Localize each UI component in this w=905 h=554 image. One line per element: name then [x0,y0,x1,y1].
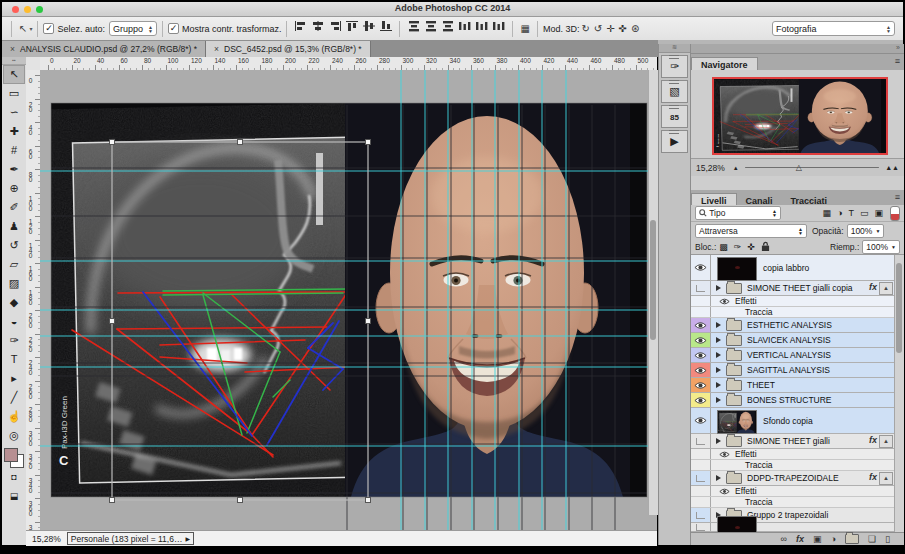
layer-row[interactable]: Effetti [691,486,895,497]
tool-preset-icon[interactable]: ↖ [19,23,27,35]
workspace-dropdown[interactable]: Fotografia▲▼ [772,21,895,36]
layers-menu-icon[interactable]: ≡ [895,192,900,202]
delete-layer-icon[interactable]: ▯ [885,534,890,545]
auto-select-dropdown[interactable]: Gruppo▲▼ [109,21,157,36]
gradient-tool[interactable]: ▨ [3,274,25,293]
color-swatches[interactable] [4,448,24,468]
adjustment-layer-icon[interactable]: ◑ [831,534,836,545]
effects-label[interactable]: Effetti [735,296,757,306]
effects-label[interactable]: Effetti [735,449,757,459]
layer-row[interactable]: Traccia [691,497,895,508]
layer-fx-badge[interactable]: fx [869,472,877,482]
trace-label[interactable]: Traccia [745,307,773,317]
layer-row[interactable]: copia labbro [691,255,895,281]
layer-filter-dropdown[interactable]: Tipo▲▼ [695,206,781,220]
tool-presets-panel-icon[interactable]: ✑ [661,55,688,78]
layer-name[interactable]: Sfondo copia [763,408,813,433]
layer-name[interactable]: BONES STRUCTURE [747,393,832,407]
actions-panel-icon[interactable]: ▶ [661,130,688,153]
group-expand-triangle[interactable] [716,352,721,358]
document-tab-0[interactable]: ×ANALYSIS CLAUDIO.psd @ 27,2% (RGB/8*) * [2,41,206,57]
eyedropper-tool[interactable]: ✒ [3,160,25,179]
brush-tool[interactable]: ✐ [3,198,25,217]
marquee-tool[interactable]: ▭ [3,84,25,103]
dist-right-icon[interactable] [492,20,506,32]
show-transform-checkbox[interactable]: ✓ [168,23,179,34]
type-tool[interactable]: T [3,350,25,369]
layer-name[interactable]: DDPD-TRAPEZOIDALE [747,471,839,485]
horizontal-ruler[interactable]: 0204060801001201401601802002202402602803… [40,57,657,71]
document-canvas[interactable]: Pax-i3D Green C [40,70,657,530]
screen-mode-icon[interactable]: ⬓ [3,487,25,506]
layer-thumbnail[interactable] [717,410,757,434]
trace-label[interactable]: Traccia [745,497,773,507]
navigator-menu-icon[interactable]: ≡ [895,56,900,66]
align-middle-icon[interactable] [362,20,376,32]
filter-pixel-layers-icon[interactable]: ▦ [823,208,832,218]
layer-row[interactable]: Effetti [691,296,895,307]
transform-handle[interactable] [110,319,115,324]
group-expand-triangle[interactable] [716,285,721,291]
clone-source-panel-icon[interactable]: 85 [661,105,688,128]
layer-fx-badge[interactable]: fx [869,435,877,445]
blur-tool[interactable]: ◆ [3,293,25,312]
lock-icon-0[interactable]: ▩ [719,242,728,252]
document-tab-1[interactable]: ×DSC_6452.psd @ 15,3% (RGB/8*) * [206,41,371,57]
clone-stamp-tool[interactable]: ♟ [3,217,25,236]
fx-collapse-icon[interactable]: ▲ [879,435,893,448]
visibility-eye-icon[interactable] [694,263,707,272]
toolbar-grip[interactable]: ▪▪ [2,57,26,65]
layer-row[interactable]: DDPD-TRAPEZOIDALEfx ▲ [691,471,895,486]
dock-header[interactable]: » [691,44,904,54]
layer-name[interactable]: SLAVICEK ANALYSIS [747,333,831,347]
visibility-eye-icon[interactable] [694,396,707,405]
visibility-eye-icon[interactable] [694,351,707,360]
close-tab-icon[interactable]: × [10,44,15,54]
layer-thumbnail[interactable] [717,516,757,532]
dist-left-icon[interactable] [458,20,472,32]
layer-row[interactable]: SIMONE THEET gialli copiafx ▲ [691,281,895,296]
mode-3d-icon-1[interactable]: ↺ [594,23,602,34]
group-expand-triangle[interactable] [716,397,721,403]
lasso-tool[interactable]: ∽ [3,103,25,122]
visibility-eye-icon[interactable] [694,416,707,425]
fill-field[interactable]: 100%▼ [862,240,900,254]
link-layers-icon[interactable]: ∞ [781,534,787,545]
navigator-zoom-slider[interactable]: △ [745,167,879,168]
lock-icon-1[interactable]: ✑ [734,242,742,252]
align-top-icon[interactable] [345,20,359,32]
align-right-icon[interactable] [328,20,342,32]
visibility-eye-icon[interactable] [694,381,707,390]
new-layer-icon[interactable]: ❏ [868,534,876,545]
new-group-icon[interactable] [845,534,859,544]
transform-handle[interactable] [238,498,243,503]
auto-align-icon[interactable]: ▦ [520,23,529,35]
effects-eye-icon[interactable] [719,488,730,495]
history-brush-tool[interactable]: ↺ [3,236,25,255]
transform-handle[interactable] [366,140,371,145]
layer-name[interactable]: ESTHETIC ANALYSIS [747,318,832,332]
transform-handle[interactable] [366,319,371,324]
layer-row[interactable]: ESTHETIC ANALYSIS [691,318,895,333]
dock-collapse-icon[interactable]: ≋ [659,44,690,53]
canvas-svg[interactable]: Pax-i3D Green C [40,70,657,530]
layer-style-icon[interactable]: fx [796,534,804,545]
lock-icon-2[interactable]: ✜ [747,242,755,252]
layer-row[interactable]: SIMONE THEET giallifx ▲ [691,434,895,449]
layer-name[interactable]: VERTICAL ANALYSIS [747,348,831,362]
quick-mask-icon[interactable]: ◘ [3,468,25,487]
visibility-eye-icon[interactable] [694,366,707,375]
mode-3d-icon-4[interactable]: ⊛ [631,23,639,34]
trace-label[interactable]: Traccia [745,460,773,470]
layer-row[interactable] [691,523,895,532]
dist-top-icon[interactable] [407,20,421,32]
layer-row[interactable]: Sfondo copia [691,408,895,434]
group-expand-triangle[interactable] [716,322,721,328]
group-expand-triangle[interactable] [716,382,721,388]
layer-row[interactable]: Traccia [691,307,895,318]
layer-thumbnail[interactable] [717,257,757,281]
group-expand-triangle[interactable] [716,367,721,373]
navigator-zoom-value[interactable]: 15,28% [696,163,725,173]
transform-handle[interactable] [110,498,115,503]
healing-brush-tool[interactable]: ⊕ [3,179,25,198]
